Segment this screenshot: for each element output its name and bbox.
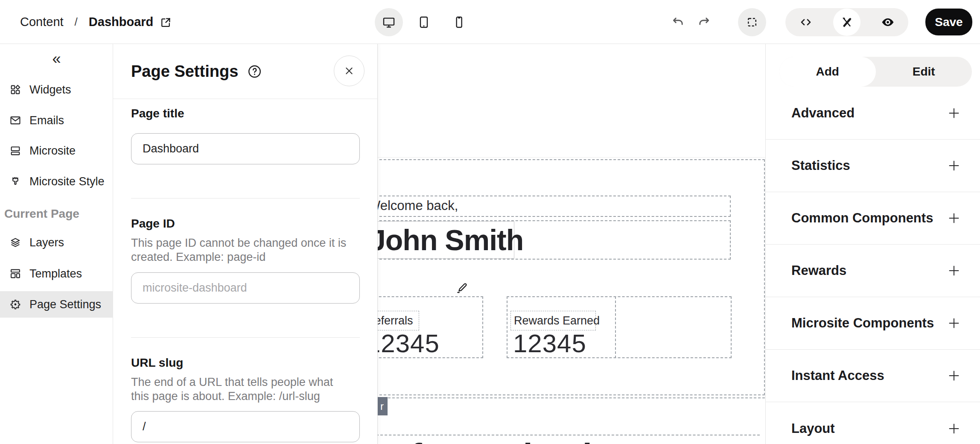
section-label: Instant Access [791,368,884,383]
stat-label-block[interactable]: Rewards Earned [510,311,596,330]
breadcrumb: Content / Dashboard [20,0,172,44]
welcome-text[interactable]: Welcome back, [368,194,458,218]
sidebar-section-header: Current Page [4,207,111,221]
section-label: Common Components [791,210,933,226]
inspector-section-rewards[interactable]: Rewards [766,245,980,297]
layers-icon [9,237,21,248]
sidebar-item-microsite-style[interactable]: Microsite Style [0,168,113,195]
inspector-section-common-components[interactable]: Common Components [766,192,980,245]
page-title-label: Page title [131,107,184,120]
plus-icon[interactable] [946,210,962,226]
plus-icon[interactable] [946,263,962,278]
panel-header: Page Settings [113,44,377,99]
refer-heading[interactable]: Refer a Friend [368,436,592,444]
breadcrumb-page-label: Dashboard [89,15,153,29]
page-settings-panel: Page Settings Page title Page ID This pa… [113,44,378,444]
inspector-section-layout[interactable]: Layout [766,402,980,444]
sidebar-item-widgets[interactable]: Widgets [0,76,113,103]
sidebar-item-emails[interactable]: Emails [0,107,113,134]
section-label: Rewards [791,263,846,278]
page-id-label: Page ID [131,217,175,231]
sidebar-item-microsite[interactable]: Microsite [0,137,113,164]
select-frame-button[interactable] [738,8,766,36]
inspector-section-advanced[interactable]: Advanced [766,87,980,140]
plus-icon[interactable] [946,158,962,173]
undo-icon[interactable] [671,15,685,29]
inspector-section-instant-access[interactable]: Instant Access [766,350,980,402]
section-label: Statistics [791,158,850,173]
page-id-help-text: This page ID cannot be changed once it i… [131,236,348,264]
sidebar-item-page-settings[interactable]: Page Settings [0,291,113,318]
device-preview-toggle [375,0,473,44]
plus-icon[interactable] [946,315,962,331]
sidebar-item-label: Microsite [29,144,76,158]
plus-icon[interactable] [946,105,962,121]
sidebar-item-label: Templates [29,267,82,280]
sidebar-item-templates[interactable]: Templates [0,260,113,287]
breadcrumb-section[interactable]: Content [20,15,64,29]
close-panel-button[interactable] [334,56,365,86]
url-slug-input[interactable] [131,411,360,442]
inspector-sidebar: Add Edit Advanced Statistics Common Comp… [765,44,980,444]
editor-mode-toggle [785,8,908,36]
panel-title: Page Settings [131,62,238,81]
page-id-input[interactable] [131,272,360,304]
section-label: Microsite Components [791,315,934,331]
selection-frame-icon [746,16,758,29]
paint-brush-icon [9,175,21,187]
tablet-preview-button[interactable] [410,8,438,36]
sidebar-item-label: Widgets [29,83,71,96]
mobile-preview-button[interactable] [445,8,473,36]
sidebar-item-label: Emails [29,114,64,127]
topbar: Content / Dashboard [0,0,980,44]
stat-column-divider [615,296,616,358]
stat-block-rewards[interactable]: Rewards Earned 12345 [507,296,732,358]
envelope-icon [9,114,21,126]
design-brush-icon [840,15,854,29]
eye-icon [881,15,895,29]
plus-icon[interactable] [946,368,962,383]
sidebar-item-label: Microsite Style [29,175,105,188]
inspector-section-microsite-components[interactable]: Microsite Components [766,297,980,350]
desktop-icon [382,15,396,29]
desktop-preview-button[interactable] [375,8,403,36]
microsite-icon [9,145,21,157]
panel-divider [131,337,360,338]
sidebar-item-layers[interactable]: Layers [0,229,113,256]
edit-pencil-icon[interactable] [455,281,468,295]
tab-add[interactable]: Add [779,57,876,87]
component-section-list: Advanced Statistics Common Components Re… [766,87,980,444]
tab-edit[interactable]: Edit [876,57,972,87]
microsite-editor: Content / Dashboard [0,0,980,444]
url-slug-label: URL slug [131,356,183,370]
plus-icon[interactable] [946,421,962,436]
design-mode-button[interactable] [833,9,860,36]
collapse-sidebar-button[interactable]: « [0,48,113,70]
tablet-icon [417,15,431,29]
mobile-icon [452,15,466,29]
help-icon[interactable] [247,64,262,79]
section-label: Advanced [791,105,855,121]
history-controls [671,0,711,44]
save-button[interactable]: Save [925,9,972,35]
sidebar-item-label: Layers [29,236,64,249]
stat-label: Rewards Earned [511,314,600,327]
sidebar-item-label: Page Settings [29,298,101,311]
code-mode-button[interactable] [792,9,820,36]
user-name-heading[interactable]: John Smith [370,220,523,260]
panel-divider [131,198,360,199]
breadcrumb-page: Dashboard [89,15,172,29]
code-icon [799,15,813,29]
page-title-input[interactable] [131,133,360,164]
section-label: Layout [791,421,835,436]
preview-mode-button[interactable] [874,9,901,36]
left-sidebar: « Widgets Emails Microsite Microsi [0,44,113,444]
inspector-section-statistics[interactable]: Statistics [766,140,980,192]
breadcrumb-separator: / [75,15,78,29]
external-link-icon[interactable] [159,16,172,29]
widgets-icon [9,84,21,96]
add-edit-toggle: Add Edit [779,57,972,87]
redo-icon[interactable] [697,15,711,29]
stat-value[interactable]: 12345 [513,329,586,358]
templates-icon [9,268,21,280]
